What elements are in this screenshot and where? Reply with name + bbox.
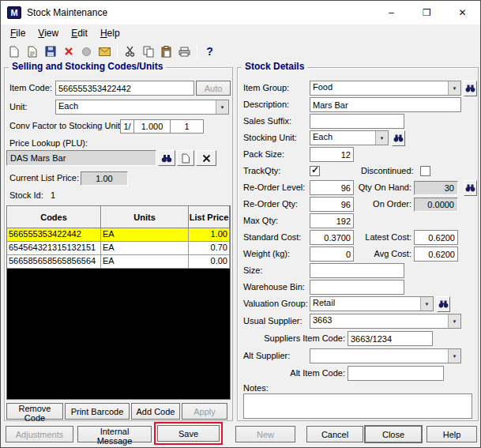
apply-button[interactable]: Apply: [182, 403, 227, 420]
column-header-codes: Codes: [7, 206, 101, 228]
menu-view[interactable]: View: [32, 26, 65, 40]
paste-button[interactable]: [157, 43, 175, 60]
track-qty-checkbox[interactable]: [310, 166, 320, 176]
plu-field[interactable]: DAS Mars Bar: [6, 150, 156, 166]
alt-supplier-value: [310, 349, 448, 363]
delete-button[interactable]: [59, 43, 77, 60]
qty-on-hand-search-button[interactable]: [464, 180, 477, 196]
new-button[interactable]: [5, 43, 23, 60]
message-button[interactable]: [96, 43, 114, 60]
dropdown-arrow-icon[interactable]: ▼: [375, 131, 388, 145]
latest-cost-label: Latest Cost:: [348, 230, 411, 245]
weight-input[interactable]: [310, 247, 354, 262]
alt-item-code-input[interactable]: [348, 366, 444, 381]
binoculars-icon: [393, 134, 404, 142]
close-button[interactable]: ✕: [445, 1, 480, 24]
track-qty-label: TrackQty:: [243, 164, 280, 179]
valuation-group-combobox[interactable]: Retail ▼: [310, 296, 434, 311]
row-price: 0.70: [189, 242, 230, 255]
sales-suffix-input[interactable]: [310, 114, 404, 129]
message-icon: [99, 47, 111, 56]
internal-message-button[interactable]: Internal Message: [77, 426, 152, 442]
auto-button[interactable]: Auto: [196, 81, 231, 96]
suppliers-item-code-input[interactable]: [348, 331, 433, 346]
plu-clear-button[interactable]: [196, 150, 216, 166]
conv-factor-prefix: 1/: [120, 119, 134, 134]
toolbar-separator: [197, 45, 197, 58]
pack-size-input[interactable]: [310, 147, 354, 162]
record-button[interactable]: [77, 43, 96, 60]
delete-icon: [64, 47, 73, 56]
cancel-button[interactable]: Cancel: [306, 426, 363, 442]
conv-factor-input-1[interactable]: [133, 119, 171, 134]
help-toolbar-button[interactable]: ?: [201, 43, 219, 60]
save-highlight-box: Save: [154, 422, 223, 445]
app-logo-icon: M: [7, 6, 21, 19]
adjustments-button[interactable]: Adjustments: [6, 426, 73, 442]
add-code-button[interactable]: Add Code: [131, 403, 180, 420]
pack-size-label: Pack Size:: [243, 147, 284, 162]
row-code: 566555353422442: [7, 228, 101, 242]
plu-search-button[interactable]: [158, 150, 175, 166]
maximize-icon: ❒: [423, 7, 431, 18]
menu-help[interactable]: Help: [94, 26, 126, 40]
save-toolbar-button[interactable]: [41, 43, 59, 60]
item-group-search-button[interactable]: [464, 81, 477, 96]
row-price: 1.00: [189, 228, 230, 242]
conv-factor-input-2[interactable]: [170, 119, 204, 134]
discontinued-checkbox[interactable]: [420, 166, 430, 176]
copy-button[interactable]: [139, 43, 157, 60]
menu-edit[interactable]: Edit: [65, 26, 94, 40]
column-header-list-price: List Price: [189, 206, 230, 228]
table-row[interactable]: 566555353422442 EA 1.00: [7, 228, 230, 242]
binoculars-icon: [161, 154, 172, 163]
stock-maintenance-window: M Stock Maintenance – ❒ ✕ File View Edit…: [0, 0, 481, 448]
warehouse-bin-input[interactable]: [310, 280, 404, 295]
row-code: 654564321315132151: [7, 242, 101, 255]
row-unit: EA: [101, 255, 189, 269]
menu-file[interactable]: File: [4, 26, 32, 40]
usual-supplier-combobox[interactable]: 3663 ▼: [310, 314, 461, 329]
item-group-combobox[interactable]: Food ▼: [310, 81, 461, 96]
close-button-footer[interactable]: Close: [365, 426, 422, 442]
standard-cost-input[interactable]: [310, 230, 354, 245]
dropdown-arrow-icon[interactable]: ▼: [420, 297, 433, 311]
stocking-unit-search-button[interactable]: [392, 130, 405, 146]
notes-textarea[interactable]: [243, 393, 472, 419]
help-button[interactable]: Help: [427, 426, 477, 442]
new-button-footer[interactable]: New: [235, 426, 295, 442]
alt-supplier-combobox[interactable]: ▼: [310, 348, 461, 363]
dropdown-arrow-icon[interactable]: ▼: [448, 314, 460, 328]
print-button[interactable]: [175, 43, 194, 60]
item-code-input[interactable]: [55, 81, 194, 96]
plu-new-button[interactable]: [177, 150, 194, 166]
maximize-button[interactable]: ❒: [409, 1, 445, 24]
unit-combobox[interactable]: Each ▼: [55, 100, 229, 115]
print-barcode-button[interactable]: Print Barcode: [65, 403, 130, 420]
latest-cost-input[interactable]: [414, 230, 458, 245]
table-row[interactable]: 566585658565856564 EA 0.00: [7, 255, 230, 269]
description-input[interactable]: [310, 97, 461, 112]
alt-item-code-label: Alt Item Code:: [246, 366, 345, 381]
cut-button[interactable]: [121, 43, 139, 60]
dropdown-arrow-icon[interactable]: ▼: [216, 100, 228, 114]
avg-cost-input[interactable]: [414, 247, 458, 262]
stock-id-value: 1: [51, 188, 55, 203]
selling-codes-panel: Selling and Stocking Codes/Units Item Co…: [4, 67, 233, 421]
open-button[interactable]: [23, 43, 41, 60]
minimize-button[interactable]: –: [374, 1, 409, 24]
valuation-group-search-button[interactable]: [437, 296, 450, 312]
stocking-unit-combobox[interactable]: Each ▼: [310, 130, 389, 145]
dropdown-arrow-icon[interactable]: ▼: [448, 81, 460, 95]
save-button[interactable]: Save: [157, 425, 220, 442]
print-icon: [178, 47, 190, 57]
remove-code-button[interactable]: Remove Code: [6, 403, 63, 420]
table-row[interactable]: 654564321315132151 EA 0.70: [7, 242, 230, 255]
size-input[interactable]: [310, 263, 404, 278]
dropdown-arrow-icon[interactable]: ▼: [448, 349, 460, 363]
toolbar-separator: [117, 45, 118, 58]
reorder-qty-input[interactable]: [310, 197, 354, 212]
reorder-level-input[interactable]: [310, 180, 354, 195]
unit-label: Unit:: [9, 100, 28, 115]
max-qty-input[interactable]: [310, 213, 354, 228]
